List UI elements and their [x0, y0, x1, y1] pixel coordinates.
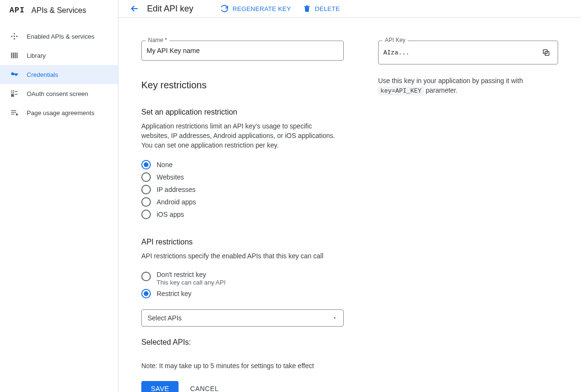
select-apis-dropdown[interactable]: Select APIs — [141, 309, 344, 327]
regenerate-label: REGENERATE KEY — [232, 5, 291, 12]
svg-rect-6 — [13, 53, 14, 58]
settings-note: Note: It may take up to 5 minutes for se… — [141, 362, 344, 370]
svg-point-1 — [11, 36, 12, 37]
svg-rect-18 — [11, 114, 14, 115]
back-button[interactable] — [126, 0, 143, 17]
svg-rect-10 — [13, 90, 14, 91]
svg-rect-15 — [11, 94, 14, 97]
select-label: Select APIs — [148, 314, 182, 322]
svg-point-0 — [14, 36, 15, 37]
svg-point-4 — [14, 38, 15, 40]
radio-label: Android apps — [157, 198, 196, 206]
svg-rect-7 — [15, 53, 16, 58]
radio-label: Restrict key — [157, 290, 191, 297]
svg-rect-5 — [11, 53, 12, 58]
api-key-card: API Key AIza... — [378, 41, 558, 64]
svg-rect-13 — [15, 91, 18, 92]
selected-apis-heading: Selected APIs: — [141, 338, 344, 347]
api-restriction-heading: API restrictions — [141, 238, 344, 246]
sidebar-item-library[interactable]: Library — [0, 46, 118, 65]
radio-sublabel: This key can call any API — [157, 279, 226, 286]
radio-websites[interactable]: Websites — [141, 171, 344, 183]
radio-android-apps[interactable]: Android apps — [141, 196, 344, 208]
sidebar-header: API APIs & Services — [0, 0, 118, 21]
radio-none[interactable]: None — [141, 159, 344, 171]
radio-label: Websites — [157, 173, 184, 181]
cancel-button[interactable]: CANCEL — [190, 385, 219, 392]
api-key-value: AIza... — [383, 49, 540, 56]
sidebar: API APIs & Services Enabled APIs & servi… — [0, 0, 118, 392]
dashboard-icon — [10, 32, 19, 41]
page-title: Edit API key — [147, 4, 193, 14]
copy-api-key-button[interactable] — [540, 47, 552, 58]
sidebar-item-label: Enabled APIs & services — [27, 33, 95, 40]
sidebar-item-label: OAuth consent screen — [27, 90, 88, 97]
svg-rect-8 — [17, 53, 18, 58]
radio-icon — [141, 210, 151, 219]
api-key-label: API Key — [382, 37, 408, 43]
regenerate-key-button[interactable]: REGENERATE KEY — [220, 4, 291, 13]
radio-icon — [141, 172, 151, 182]
delete-button[interactable]: DELETE — [303, 4, 340, 13]
radio-label: IP addresses — [157, 186, 195, 193]
product-logo: API — [10, 6, 25, 15]
radio-label: Don't restrict key — [157, 271, 226, 278]
trash-icon — [303, 4, 311, 13]
svg-rect-17 — [11, 112, 16, 113]
radio-label: iOS apps — [157, 211, 184, 218]
consent-icon — [10, 89, 19, 98]
key-restrictions-heading: Key restrictions — [141, 80, 344, 91]
footer-actions: SAVE CANCEL — [141, 381, 344, 392]
helper-post: parameter. — [424, 86, 458, 94]
main: Edit API key REGENERATE KEY DELETE — [118, 0, 581, 392]
svg-rect-11 — [11, 92, 12, 93]
radio-icon — [141, 185, 151, 194]
api-restriction-radio-group: Don't restrict key This key can call any… — [141, 269, 344, 300]
agreement-icon — [10, 108, 19, 117]
radio-ip-addresses[interactable]: IP addresses — [141, 183, 344, 196]
helper-code: key=API_KEY — [378, 86, 424, 95]
sidebar-item-enabled-apis[interactable]: Enabled APIs & services — [0, 27, 118, 46]
product-title: APIs & Services — [32, 6, 86, 15]
name-field[interactable]: Name * — [141, 41, 344, 61]
radio-icon — [141, 272, 151, 281]
form-column: Name * Key restrictions Set an applicati… — [141, 41, 344, 392]
caret-down-icon — [332, 315, 338, 321]
key-icon — [10, 70, 19, 79]
sidebar-item-label: Library — [27, 52, 46, 59]
radio-label: None — [157, 161, 172, 169]
sidebar-item-usage-agreements[interactable]: Page usage agreements — [0, 103, 118, 122]
svg-point-19 — [16, 114, 18, 116]
sidebar-item-label: Page usage agreements — [27, 109, 95, 117]
sidebar-item-credentials[interactable]: Credentials — [0, 65, 118, 84]
delete-label: DELETE — [315, 5, 340, 12]
name-label: Name * — [146, 37, 169, 43]
app-restriction-radio-group: None Websites IP addresses Android apps — [141, 159, 344, 221]
save-button[interactable]: SAVE — [141, 381, 179, 392]
api-key-column: API Key AIza... Use this key in your app… — [378, 41, 558, 392]
radio-dont-restrict[interactable]: Don't restrict key This key can call any… — [141, 269, 344, 287]
helper-pre: Use this key in your application by pass… — [378, 77, 523, 85]
sidebar-item-oauth-consent[interactable]: OAuth consent screen — [0, 84, 118, 103]
sidebar-nav: Enabled APIs & services Library Credenti… — [0, 21, 118, 122]
svg-rect-16 — [11, 110, 16, 111]
radio-icon — [141, 160, 151, 170]
svg-rect-12 — [13, 92, 14, 93]
radio-icon — [141, 289, 151, 298]
app-restriction-desc: Application restrictions limit an API ke… — [141, 121, 337, 150]
api-key-helper: Use this key in your application by pass… — [378, 76, 558, 96]
svg-rect-9 — [11, 90, 12, 91]
svg-point-3 — [14, 33, 15, 34]
library-icon — [10, 51, 19, 60]
svg-point-2 — [16, 36, 18, 37]
radio-icon — [141, 197, 151, 207]
top-actions: REGENERATE KEY DELETE — [220, 4, 340, 13]
radio-restrict-key[interactable]: Restrict key — [141, 287, 344, 300]
radio-ios-apps[interactable]: iOS apps — [141, 208, 344, 221]
api-restriction-desc: API restrictions specify the enabled API… — [141, 251, 337, 261]
topbar: Edit API key REGENERATE KEY DELETE — [118, 0, 581, 18]
content: Name * Key restrictions Set an applicati… — [118, 18, 581, 392]
name-input[interactable] — [147, 47, 338, 54]
app-restriction-heading: Set an application restriction — [141, 108, 344, 117]
refresh-icon — [220, 4, 229, 13]
